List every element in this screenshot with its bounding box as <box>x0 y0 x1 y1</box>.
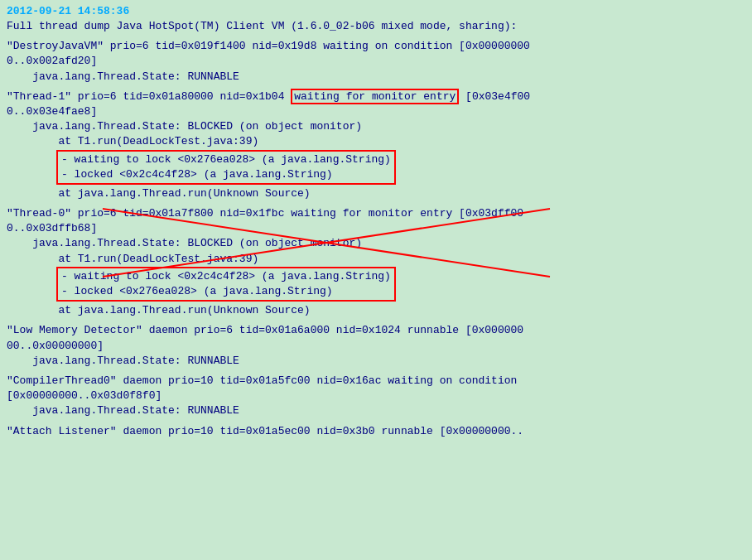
line: "Thread-1" prio=6 tid=0x01a80000 nid=0x1… <box>7 89 745 104</box>
thread0-redbox: - waiting to lock <0x2c4c4f28> (a java.l… <box>56 267 396 302</box>
line: java.lang.Thread.State: RUNNABLE <box>7 403 745 418</box>
line: - waiting to lock <0x2c4c4f28> (a java.l… <box>61 269 391 284</box>
line: [0x00000000..0x03d0f8f0] <box>7 389 745 403</box>
timestamp: 2012-09-21 14:58:36 <box>7 5 745 17</box>
line: 0..0x03e4fae8] <box>7 104 745 119</box>
monitor-entry-highlight: waiting for monitor entry <box>291 89 459 104</box>
line: "Low Memory Detector" daemon prio=6 tid=… <box>7 323 745 338</box>
line1: Full thread dump Java HotSpot(TM) Client… <box>7 19 745 34</box>
line: java.lang.Thread.State: BLOCKED (on obje… <box>7 119 745 134</box>
line: at T1.run(DeadLockTest.java:39) <box>7 134 745 149</box>
line: - locked <0x276ea028> (a java.lang.Strin… <box>61 284 391 299</box>
line: 00..0x00000000] <box>7 339 745 354</box>
line: "Thread-0" prio=6 tid=0x01a7f800 nid=0x1… <box>7 206 745 221</box>
line: "CompilerThread0" daemon prio=10 tid=0x0… <box>7 374 745 389</box>
thread1-redbox: - waiting to lock <0x276ea028> (a java.l… <box>56 150 396 185</box>
line: at java.lang.Thread.run(Unknown Source) <box>7 303 745 318</box>
line: 0..0x002afd20] <box>7 54 745 69</box>
block-compilerThread: "CompilerThread0" daemon prio=10 tid=0x0… <box>7 374 745 419</box>
line: "DestroyJavaVM" prio=6 tid=0x019f1400 ni… <box>7 39 745 54</box>
line: java.lang.Thread.State: BLOCKED (on obje… <box>7 236 745 251</box>
block-thread1: "Thread-1" prio=6 tid=0x01a80000 nid=0x1… <box>7 89 745 201</box>
main-container: 2012-09-21 14:58:36 Full thread dump Jav… <box>3 3 749 446</box>
line: 0..0x03dffb68] <box>7 221 745 236</box>
line: java.lang.Thread.State: RUNNABLE <box>7 354 745 369</box>
line: - waiting to lock <0x276ea028> (a java.l… <box>61 152 391 167</box>
block-lowMemory: "Low Memory Detector" daemon prio=6 tid=… <box>7 323 745 369</box>
block-attachListener: "Attach Listener" daemon prio=10 tid=0x0… <box>7 424 745 439</box>
block-destroyJavaVM: "DestroyJavaVM" prio=6 tid=0x019f1400 ni… <box>7 39 745 84</box>
line: java.lang.Thread.State: RUNNABLE <box>7 70 745 84</box>
line: - locked <0x2c4c4f28> (a java.lang.Strin… <box>61 167 391 182</box>
line: at java.lang.Thread.run(Unknown Source) <box>7 186 745 201</box>
block-thread0: "Thread-0" prio=6 tid=0x01a7f800 nid=0x1… <box>7 206 745 318</box>
line: "Attach Listener" daemon prio=10 tid=0x0… <box>7 424 745 439</box>
line: at T1.run(DeadLockTest.java:39) <box>7 252 745 267</box>
